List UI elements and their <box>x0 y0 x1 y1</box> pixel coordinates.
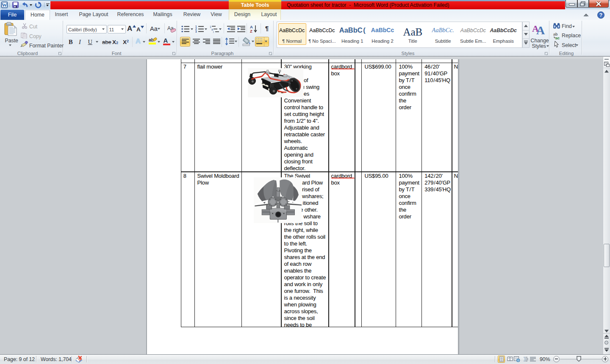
svg-text:i: i <box>213 30 214 33</box>
svg-text:ac: ac <box>555 36 560 39</box>
svg-text:W: W <box>2 2 7 8</box>
svg-text:Z: Z <box>250 29 252 33</box>
svg-text:?: ? <box>599 12 602 18</box>
svg-text:3: 3 <box>195 30 197 33</box>
